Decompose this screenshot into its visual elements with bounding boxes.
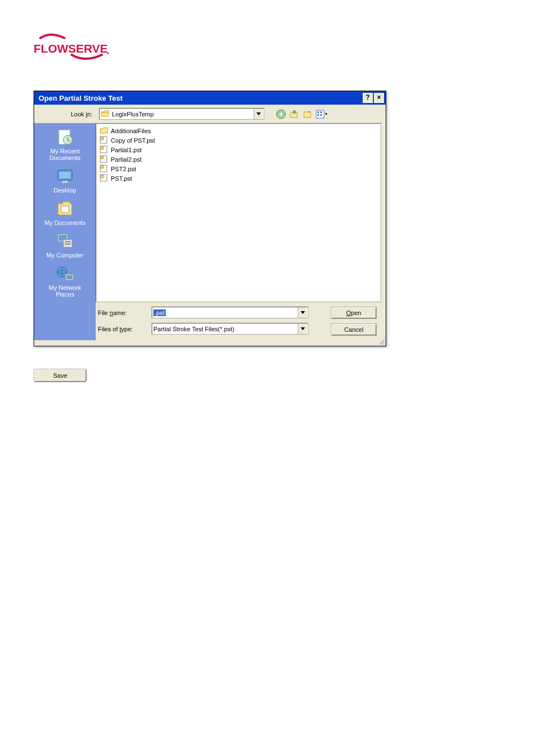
up-one-level-button[interactable] (289, 109, 300, 120)
resize-grip[interactable] (34, 340, 386, 346)
file-name-label: File name: (96, 309, 146, 316)
desktop-icon (55, 167, 74, 186)
file-name: Partial2.pst (111, 156, 142, 163)
folder-open-icon (101, 110, 110, 119)
place-label: My Recent Documents (40, 148, 90, 161)
places-bar: My Recent Documents Desktop My Documents (34, 123, 96, 340)
save-button[interactable]: Save (34, 369, 87, 382)
list-item[interactable]: AdditionalFiles (99, 126, 378, 135)
svg-rect-36 (101, 175, 104, 178)
places-desktop[interactable]: Desktop (40, 167, 90, 194)
flowserve-logo: FLOWSERVE (34, 34, 500, 63)
place-label: Desktop (54, 187, 76, 194)
dropdown-arrow-icon[interactable] (298, 307, 307, 318)
svg-rect-22 (65, 241, 71, 242)
file-name: AdditionalFiles (111, 128, 151, 134)
file-name: Partial1.pst (111, 147, 142, 153)
svg-rect-10 (317, 114, 319, 116)
svg-rect-30 (101, 147, 104, 149)
pst-file-icon (100, 165, 109, 173)
files-of-type-value: Partial Stroke Test Files(*.pst) (153, 326, 235, 332)
dialog-titlebar: Open Partial Stroke Test ? × (34, 91, 386, 105)
look-in-toolbar: Look in: LogixPlusTemp * (34, 105, 386, 123)
look-in-label: Look in: (34, 111, 96, 118)
svg-rect-15 (59, 172, 71, 179)
file-name-value: .pst (153, 309, 166, 316)
my-computer-icon (55, 232, 74, 251)
dropdown-arrow-icon[interactable] (254, 109, 263, 119)
svg-rect-16 (62, 181, 68, 183)
svg-point-1 (107, 53, 109, 54)
open-file-dialog: Open Partial Stroke Test ? × Look in: Lo… (34, 91, 386, 346)
svg-rect-11 (320, 114, 322, 116)
network-places-icon (55, 264, 74, 283)
close-button[interactable]: × (374, 93, 384, 103)
svg-rect-34 (101, 166, 104, 168)
list-item[interactable]: PST2.pst (99, 164, 378, 173)
list-item[interactable]: Partial2.pst (99, 154, 378, 164)
pst-file-icon (100, 136, 109, 145)
places-my-recent-documents[interactable]: My Recent Documents (40, 128, 90, 161)
file-list[interactable]: AdditionalFiles Copy of PST.pst Partial1… (96, 123, 381, 302)
svg-line-39 (383, 344, 385, 345)
help-button[interactable]: ? (363, 93, 373, 103)
place-label: My Documents (44, 219, 85, 226)
svg-rect-28 (101, 137, 104, 140)
place-label: My Network Places (40, 284, 90, 298)
my-documents-icon (55, 199, 74, 218)
dialog-title: Open Partial Stroke Test (39, 94, 363, 102)
recent-documents-icon (55, 128, 74, 147)
file-name: PST.pst (111, 175, 132, 182)
views-button[interactable] (316, 109, 327, 120)
pst-file-icon (100, 145, 109, 154)
list-item[interactable]: Partial1.pst (99, 145, 378, 154)
open-button[interactable]: Open (331, 307, 377, 319)
list-item[interactable]: PST.pst (99, 173, 378, 183)
svg-rect-23 (65, 243, 71, 245)
look-in-dropdown[interactable]: LogixPlusTemp (99, 108, 264, 120)
dialog-bottom: File name: .pst Files of type: Partial S… (96, 302, 386, 340)
places-my-computer[interactable]: My Computer (40, 232, 90, 259)
list-item[interactable]: Copy of PST.pst (99, 135, 378, 145)
place-label: My Computer (46, 252, 83, 259)
dropdown-arrow-icon[interactable] (298, 323, 307, 334)
file-name-input[interactable]: .pst (152, 307, 308, 318)
svg-rect-18 (61, 206, 69, 213)
files-of-type-label: Files of type: (96, 326, 146, 332)
pst-file-icon (100, 155, 109, 164)
svg-rect-32 (101, 156, 104, 159)
files-of-type-select[interactable]: Partial Stroke Test Files(*.pst) (152, 323, 308, 335)
svg-text:FLOWSERVE: FLOWSERVE (34, 42, 108, 55)
pst-file-icon (100, 174, 109, 183)
places-my-network-places[interactable]: My Network Places (40, 264, 90, 298)
places-my-documents[interactable]: My Documents (40, 199, 90, 226)
svg-rect-9 (320, 111, 322, 113)
back-button[interactable] (275, 109, 287, 120)
file-name: Copy of PST.pst (111, 137, 155, 144)
folder-icon (100, 126, 109, 135)
file-name: PST2.pst (111, 166, 136, 172)
look-in-value: LogixPlusTemp (112, 111, 154, 118)
cancel-button[interactable]: Cancel (331, 323, 377, 336)
svg-rect-26 (67, 275, 72, 279)
svg-rect-8 (317, 111, 319, 113)
svg-text:*: * (308, 110, 310, 115)
svg-rect-4 (294, 112, 295, 114)
create-new-folder-button[interactable]: * (302, 109, 313, 120)
